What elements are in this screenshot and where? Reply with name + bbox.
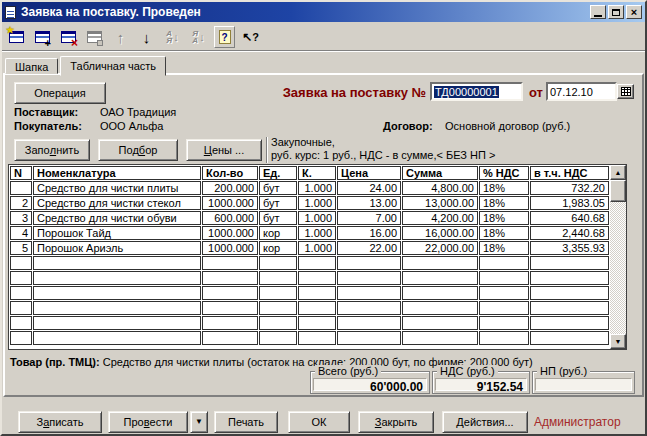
- supplier-value: ОАО Традиция: [100, 106, 176, 118]
- doc-date-input[interactable]: 07.12.10: [546, 82, 617, 101]
- table-cell[interactable]: 3,355.93: [530, 241, 609, 255]
- scroll-thumb[interactable]: [610, 180, 626, 202]
- doc-date-prefix: от: [529, 85, 543, 100]
- table-cell[interactable]: 22,000.00: [402, 241, 478, 255]
- table-cell[interactable]: 4,800.00: [402, 181, 478, 195]
- table-cell[interactable]: 3: [10, 211, 32, 225]
- ok-button[interactable]: ОК: [288, 411, 350, 433]
- minimize-button[interactable]: [590, 5, 606, 19]
- close-button[interactable]: ×: [626, 5, 642, 19]
- copy-row-button[interactable]: +: [32, 26, 53, 48]
- table-cell[interactable]: 18%: [479, 226, 529, 240]
- post-dropdown-button[interactable]: ▼: [190, 411, 208, 433]
- table-cell[interactable]: 1.000: [298, 241, 336, 255]
- col-n[interactable]: N: [10, 166, 32, 180]
- buyer-label: Покупатель:: [14, 120, 82, 132]
- table-cell[interactable]: 13.00: [337, 196, 401, 210]
- col-vat-amt[interactable]: в т.ч. НДС: [530, 166, 609, 180]
- table-cell[interactable]: 2: [10, 196, 32, 210]
- titlebar[interactable]: Заявка на поставку. Проведен ×: [2, 2, 645, 22]
- table-cell[interactable]: 1,983.05: [530, 196, 609, 210]
- post-button[interactable]: Провести: [108, 411, 188, 433]
- totals-group-salestax: НП (руб.): [532, 371, 635, 394]
- calendar-icon: [621, 87, 631, 96]
- table-cell[interactable]: 1000.000: [202, 226, 258, 240]
- context-help-button[interactable]: ↖?: [240, 26, 261, 48]
- table-cell[interactable]: 1.000: [298, 196, 336, 210]
- table-cell[interactable]: 18%: [479, 211, 529, 225]
- print-button[interactable]: Печать: [214, 411, 278, 433]
- table-cell[interactable]: 2,440.68: [530, 226, 609, 240]
- table-cell[interactable]: 16.00: [337, 226, 401, 240]
- totals-total-label: Всего (руб.): [315, 365, 381, 377]
- actions-menu-button[interactable]: Действия...: [442, 411, 528, 433]
- col-unit[interactable]: Ед.: [259, 166, 297, 180]
- sort-desc-icon: ЯА: [192, 30, 198, 44]
- tabstrip: Шапка Табличная часть: [5, 54, 168, 74]
- pick-button[interactable]: Подбор: [98, 139, 178, 161]
- table-cell[interactable]: 18%: [479, 196, 529, 210]
- scroll-down-button[interactable]: ▼: [610, 334, 626, 349]
- maximize-button[interactable]: [608, 5, 624, 19]
- user-role-label: Администратор: [534, 415, 621, 429]
- table-cell[interactable]: бут: [259, 196, 297, 210]
- new-row-button[interactable]: ★: [6, 26, 27, 48]
- totals-vat-label: НДС (руб.): [437, 365, 498, 377]
- table-cell[interactable]: 1000.000: [202, 241, 258, 255]
- col-k[interactable]: К.: [298, 166, 336, 180]
- col-qty[interactable]: Кол-во: [202, 166, 258, 180]
- table-cell[interactable]: 13,000.00: [402, 196, 478, 210]
- table-cell[interactable]: 1.000: [298, 226, 336, 240]
- maximize-icon: [612, 9, 620, 16]
- vertical-scrollbar[interactable]: ▲ ▼: [610, 165, 626, 349]
- help-button[interactable]: ?: [214, 26, 235, 48]
- table-cell[interactable]: 732.20: [530, 181, 609, 195]
- table-cell[interactable]: 1000.000: [202, 196, 258, 210]
- table-cell[interactable]: 640.68: [530, 211, 609, 225]
- table-cell[interactable]: 5: [10, 241, 32, 255]
- doc-number-input[interactable]: ТД00000001: [430, 82, 523, 101]
- fill-button[interactable]: Заполнить: [14, 139, 90, 161]
- table-cell[interactable]: 200.000: [202, 181, 258, 195]
- table-cell[interactable]: 4,200.00: [402, 211, 478, 225]
- table-cell[interactable]: Порошок Ариэль: [33, 241, 201, 255]
- table-cell[interactable]: 22.00: [337, 241, 401, 255]
- table-cell[interactable]: кор: [259, 226, 297, 240]
- table-row-empty: [10, 331, 609, 345]
- table-cell[interactable]: кор: [259, 241, 297, 255]
- table-cell[interactable]: 18%: [479, 181, 529, 195]
- totals-group-total: Всего (руб.) 60'000.00: [310, 371, 430, 394]
- scroll-up-button[interactable]: ▲: [610, 165, 626, 180]
- col-nomenclature[interactable]: Номенклатура: [33, 166, 201, 180]
- table-cell[interactable]: 24.00: [337, 181, 401, 195]
- operation-button[interactable]: Операция: [14, 82, 106, 104]
- col-price[interactable]: Цена: [337, 166, 401, 180]
- buyer-value: ООО Альфа: [100, 120, 163, 132]
- save-button[interactable]: Записать: [18, 411, 102, 433]
- table-cell[interactable]: Средство для чистки плиты: [33, 181, 201, 195]
- table-cell[interactable]: бут: [259, 181, 297, 195]
- delete-row-button[interactable]: ×: [58, 26, 79, 48]
- col-sum[interactable]: Сумма: [402, 166, 478, 180]
- table-cell[interactable]: 1.000: [298, 181, 336, 195]
- table-cell[interactable]: Средство для чистки стекол: [33, 196, 201, 210]
- tab-table-part[interactable]: Табличная часть: [60, 56, 166, 76]
- table-cell[interactable]: Средство для чистки обуви: [33, 211, 201, 225]
- table-cell[interactable]: 18%: [479, 241, 529, 255]
- col-vat-pct[interactable]: % НДС: [479, 166, 529, 180]
- table-cell[interactable]: 600.000: [202, 211, 258, 225]
- calendar-button[interactable]: [617, 84, 634, 99]
- close-form-button[interactable]: Закрыть: [358, 411, 434, 433]
- table-cell[interactable]: бут: [259, 211, 297, 225]
- table-cell[interactable]: Порошок Тайд: [33, 226, 201, 240]
- move-down-button[interactable]: ↓: [136, 26, 157, 48]
- prices-button[interactable]: Цены ...: [186, 139, 262, 161]
- table-cell[interactable]: 7.00: [337, 211, 401, 225]
- table-cell[interactable]: 4: [10, 226, 32, 240]
- tab-header[interactable]: Шапка: [5, 58, 58, 74]
- table-cell[interactable]: 1.000: [298, 211, 336, 225]
- table-cell[interactable]: 16,000.00: [402, 226, 478, 240]
- table-cell[interactable]: 1: [10, 181, 32, 195]
- toolbar-separator: [2, 50, 645, 52]
- table-row: 2 Средство для чистки стекол 1000.000 бу…: [10, 196, 609, 210]
